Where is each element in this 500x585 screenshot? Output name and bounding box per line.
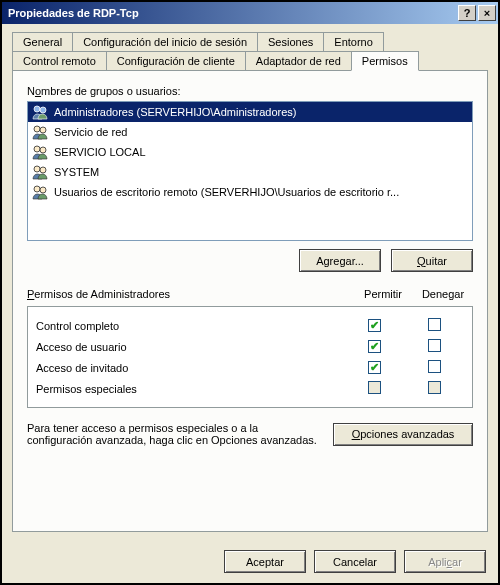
list-item-label: Servicio de red [54,126,127,138]
deny-checkbox: ✔ [428,381,441,394]
tab-entorno[interactable]: Entorno [323,32,384,51]
svg-point-9 [40,187,46,193]
svg-point-0 [34,106,40,112]
tab-permisos[interactable]: Permisos [351,51,419,71]
tab-general[interactable]: General [12,32,73,51]
allow-column-header: Permitir [353,288,413,300]
list-item-label: Usuarios de escritorio remoto (SERVERHIJ… [54,186,399,198]
svg-point-6 [34,166,40,172]
tab-configuración-del-inicio-de-sesión[interactable]: Configuración del inicio de sesión [72,32,258,51]
permission-label: Permisos especiales [36,383,344,395]
deny-checkbox[interactable]: ✔ [428,318,441,331]
svg-point-8 [34,186,40,192]
list-item-label: Administradores (SERVERHIJO\Administrado… [54,106,296,118]
tab-sesiones[interactable]: Sesiones [257,32,324,51]
people-icon [32,184,48,200]
tab-adaptador-de-red[interactable]: Adaptador de red [245,51,352,70]
list-item[interactable]: Usuarios de escritorio remoto (SERVERHIJ… [28,182,472,202]
tab-strip: GeneralConfiguración del inicio de sesió… [12,32,488,70]
list-item[interactable]: Servicio de red [28,122,472,142]
people-icon [32,144,48,160]
permission-row: Acceso de usuario✔✔ [34,336,466,357]
svg-point-1 [40,107,46,113]
advanced-row: Para tener acceso a permisos especiales … [27,422,473,446]
deny-checkbox[interactable]: ✔ [428,360,441,373]
permission-label: Control completo [36,320,344,332]
tab-control-remoto[interactable]: Control remoto [12,51,107,70]
allow-checkbox: ✔ [368,381,381,394]
allow-checkbox[interactable]: ✔ [368,319,381,332]
tab-panel-permisos: Nombres de grupos o usuarios: Administra… [12,70,488,532]
permission-row: Permisos especiales✔✔ [34,378,466,399]
groups-listview[interactable]: Administradores (SERVERHIJO\Administrado… [27,101,473,241]
permission-label: Acceso de usuario [36,341,344,353]
close-button[interactable]: × [478,5,496,21]
list-item[interactable]: Administradores (SERVERHIJO\Administrado… [28,102,472,122]
permission-row: Acceso de invitado✔✔ [34,357,466,378]
permissions-title: Permisos de Administradores [27,288,353,300]
advanced-text: Para tener acceso a permisos especiales … [27,422,323,446]
permission-row: Control completo✔✔ [34,315,466,336]
apply-button[interactable]: Aplicar [404,550,486,573]
list-item-label: SYSTEM [54,166,99,178]
list-item[interactable]: SERVICIO LOCAL [28,142,472,162]
remove-button[interactable]: Quitar [391,249,473,272]
group-buttons-row: Agregar... Quitar [27,249,473,272]
permissions-header: Permisos de Administradores Permitir Den… [27,288,473,300]
help-button[interactable]: ? [458,5,476,21]
client-area: GeneralConfiguración del inicio de sesió… [2,24,498,540]
people-icon [32,124,48,140]
allow-checkbox[interactable]: ✔ [368,340,381,353]
dialog-buttons: Aceptar Cancelar Aplicar [2,540,498,583]
ok-button[interactable]: Aceptar [224,550,306,573]
svg-point-3 [40,127,46,133]
advanced-button[interactable]: Opciones avanzadas [333,423,473,446]
cancel-button[interactable]: Cancelar [314,550,396,573]
deny-checkbox[interactable]: ✔ [428,339,441,352]
list-item-label: SERVICIO LOCAL [54,146,146,158]
permissions-grid: Control completo✔✔Acceso de usuario✔✔Acc… [27,306,473,408]
people-icon [32,104,48,120]
dialog-window: Propiedades de RDP-Tcp ? × GeneralConfig… [0,0,500,585]
svg-point-5 [40,147,46,153]
tab-configuración-de-cliente[interactable]: Configuración de cliente [106,51,246,70]
allow-checkbox[interactable]: ✔ [368,361,381,374]
people-icon [32,164,48,180]
groups-label: Nombres de grupos o usuarios: [27,85,473,97]
svg-point-2 [34,126,40,132]
window-title: Propiedades de RDP-Tcp [8,7,456,19]
titlebar: Propiedades de RDP-Tcp ? × [2,2,498,24]
svg-point-4 [34,146,40,152]
svg-point-7 [40,167,46,173]
permission-label: Acceso de invitado [36,362,344,374]
add-button[interactable]: Agregar... [299,249,381,272]
deny-column-header: Denegar [413,288,473,300]
list-item[interactable]: SYSTEM [28,162,472,182]
